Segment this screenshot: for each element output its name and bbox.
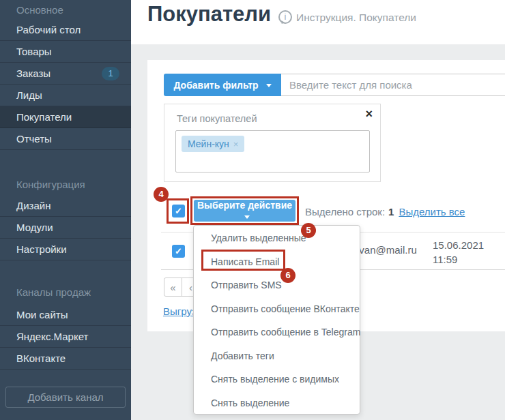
sidebar-item-modules[interactable]: Модули — [0, 217, 131, 239]
menu-item-send-vk-message[interactable]: Отправить сообщение ВКонтакте — [194, 297, 360, 321]
row-checkbox[interactable]: ✓ — [172, 245, 185, 258]
selected-rows-label: Выделено строк: — [305, 206, 385, 217]
sidebar-item-yandex-market[interactable]: Яндекс.Маркет — [0, 326, 131, 348]
annotation-step-4: 4 — [154, 187, 169, 202]
row-date-cell: 15.06.2021 11:59 — [433, 238, 484, 267]
sidebar-section-sales-channels: Каналы продаж — [0, 282, 131, 301]
sidebar-item-leads[interactable]: Лиды — [0, 85, 131, 106]
selected-rows-count: 1 — [388, 206, 394, 217]
sidebar-item-products[interactable]: Товары — [0, 41, 131, 63]
select-all-link[interactable]: Выделить все — [399, 206, 465, 217]
row-date: 15.06.2021 — [433, 238, 484, 252]
action-dropdown-menu: Удалить выделенные Написать Email Отправ… — [193, 225, 360, 415]
row-time: 11:59 — [433, 252, 484, 267]
sidebar-item-vkontakte[interactable]: ВКонтакте — [0, 348, 131, 370]
menu-item-delete-selected[interactable]: Удалить выделенные — [194, 226, 360, 250]
menu-item-deselect-all[interactable]: Снять выделение — [194, 391, 360, 415]
customers-admin-page: Основное Рабочий стол Товары Заказы 1 Ли… — [0, 0, 505, 420]
menu-item-send-telegram[interactable]: Отправить сообщение в Telegram — [194, 320, 360, 344]
caret-down-icon — [266, 84, 272, 87]
pagination-first-button[interactable]: « — [164, 278, 182, 297]
close-filter-icon[interactable]: × — [365, 107, 373, 121]
sidebar-item-settings[interactable]: Настройки — [0, 239, 131, 260]
filter-panel-label: Теги покупателей — [177, 113, 257, 124]
orders-count-badge: 1 — [102, 67, 119, 80]
tag-label: Мейн-кун — [188, 138, 229, 149]
sidebar-section-main: Основное — [0, 0, 131, 19]
sidebar-item-design[interactable]: Дизайн — [0, 195, 131, 217]
add-channel-button[interactable]: Добавить канал — [5, 387, 126, 408]
sidebar-item-reports[interactable]: Отчеты — [0, 128, 131, 150]
annotation-step-6: 6 — [280, 268, 295, 283]
remove-tag-icon[interactable]: × — [233, 139, 239, 149]
tags-input-box[interactable]: Мейн-кун× — [175, 130, 370, 172]
sidebar-item-orders[interactable]: Заказы 1 — [0, 63, 131, 85]
sidebar-item-label: Заказы — [16, 68, 50, 79]
select-all-checkbox[interactable]: ✓ — [172, 205, 185, 217]
annotation-step-5: 5 — [301, 223, 316, 238]
sidebar: Основное Рабочий стол Товары Заказы 1 Ли… — [0, 0, 131, 420]
row-email-cell: ivan@mail.ru — [357, 244, 417, 256]
add-filter-label: Добавить фильтр — [173, 80, 258, 91]
sidebar-item-customers[interactable]: Покупатели — [0, 106, 131, 128]
caret-down-icon — [244, 215, 250, 219]
info-bubble-icon: i — [278, 10, 292, 24]
menu-item-write-email[interactable]: Написать Email — [194, 250, 360, 274]
menu-item-send-sms[interactable]: Отправить SMS — [194, 273, 360, 297]
tag-chip: Мейн-кун× — [182, 136, 244, 152]
select-action-button[interactable]: Выберите действие — [194, 200, 295, 222]
add-filter-button[interactable]: Добавить фильтр — [164, 74, 281, 96]
search-input[interactable] — [281, 74, 505, 96]
menu-item-deselect-visible[interactable]: Снять выделение с видимых — [194, 368, 360, 391]
customer-tags-filter-panel: Теги покупателей × Мейн-кун× — [164, 104, 381, 182]
selection-info: Выделено строк:1Выделить все — [305, 206, 465, 217]
page-title: Покупатели — [147, 2, 271, 27]
instruction-link[interactable]: Инструкция. Покупатели — [296, 12, 416, 24]
select-action-label: Выберите действие — [197, 200, 292, 211]
sidebar-item-dashboard[interactable]: Рабочий стол — [0, 19, 131, 41]
sidebar-section-configuration: Конфигурация — [0, 175, 131, 194]
sidebar-item-my-sites[interactable]: Мои сайты — [0, 304, 131, 326]
menu-item-add-tags[interactable]: Добавить теги — [194, 344, 360, 368]
